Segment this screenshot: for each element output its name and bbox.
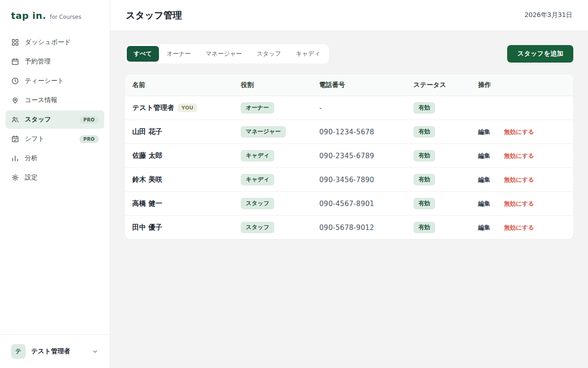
calendar-check-icon <box>11 135 19 143</box>
pro-badge: PRO <box>79 116 99 124</box>
disable-link[interactable]: 無効にする <box>504 176 534 183</box>
table-header-row: 名前 役割 電話番号 ステータス 操作 <box>125 75 573 96</box>
table-row: テスト管理者YOU オーナー - 有効 <box>125 96 573 120</box>
sidebar-nav: ダッシュボード 予約管理 ティーシート <box>0 29 110 334</box>
sidebar: tap in. for Courses ダッシュボード <box>0 0 110 368</box>
chevron-down-icon <box>91 348 99 355</box>
status-badge: 有効 <box>413 174 435 185</box>
tab-caddy[interactable]: キャディ <box>289 46 327 62</box>
staff-name: テスト管理者 <box>132 104 174 112</box>
status-badge: 有効 <box>413 198 435 209</box>
sidebar-item-dashboard[interactable]: ダッシュボード <box>6 33 104 52</box>
status-badge: 有効 <box>413 150 435 161</box>
sidebar-item-analytics[interactable]: 分析 <box>6 149 104 167</box>
page-header: スタッフ管理 2026年3月31日 <box>110 0 588 30</box>
role-badge: スタッフ <box>241 222 274 233</box>
phone-number: 090-4567-8901 <box>319 200 374 208</box>
phone-number: 090-2345-6789 <box>319 152 374 160</box>
pro-badge: PRO <box>79 135 99 143</box>
role-filter-tabs: すべて オーナー マネージャー スタッフ キャディ <box>125 44 329 63</box>
col-name: 名前 <box>125 75 233 96</box>
sidebar-item-label: スタッフ <box>25 115 51 124</box>
staff-name: 高橋 健一 <box>132 199 162 207</box>
role-badge: オーナー <box>241 102 274 114</box>
tab-staff[interactable]: スタッフ <box>250 46 288 62</box>
sidebar-item-label: シフト <box>25 135 45 143</box>
dashboard-icon <box>11 38 19 46</box>
phone-number: 090-1234-5678 <box>319 128 374 136</box>
table-row: 鈴木 美咲 キャディ 090-3456-7890 有効 編集無効にする <box>125 168 573 192</box>
avatar: テ <box>11 344 26 359</box>
brand: tap in. for Courses <box>0 0 110 29</box>
main-area: スタッフ管理 2026年3月31日 すべて オーナー マネージャー スタッフ キ… <box>110 0 588 368</box>
sidebar-item-shift[interactable]: シフト PRO <box>6 130 104 148</box>
staff-name: 佐藤 太郎 <box>132 151 162 160</box>
table-row: 高橋 健一 スタッフ 090-4567-8901 有効 編集無効にする <box>125 192 573 216</box>
brand-suffix: for Courses <box>50 14 81 20</box>
edit-link[interactable]: 編集 <box>478 152 490 159</box>
sidebar-item-label: コース情報 <box>25 96 57 104</box>
status-badge: 有効 <box>413 222 435 233</box>
page-title: スタッフ管理 <box>126 9 182 22</box>
table-row: 山田 花子 マネージャー 090-1234-5678 有効 編集無効にする <box>125 120 573 144</box>
add-staff-button[interactable]: スタッフを追加 <box>507 45 573 63</box>
col-role: 役割 <box>233 75 312 96</box>
disable-link[interactable]: 無効にする <box>504 128 534 135</box>
status-badge: 有効 <box>413 102 435 114</box>
phone-number: 090-3456-7890 <box>319 176 374 184</box>
tab-owner[interactable]: オーナー <box>160 46 198 62</box>
col-phone: 電話番号 <box>312 75 406 96</box>
role-badge: スタッフ <box>241 198 274 209</box>
current-date: 2026年3月31日 <box>525 11 572 19</box>
sidebar-item-staff[interactable]: スタッフ PRO <box>6 110 104 129</box>
calendar-icon <box>11 58 19 66</box>
role-badge: キャディ <box>241 150 274 161</box>
sidebar-item-tee-sheet[interactable]: ティーシート <box>6 72 104 90</box>
edit-link[interactable]: 編集 <box>478 224 490 231</box>
tab-all[interactable]: すべて <box>127 46 159 62</box>
col-status: ステータス <box>406 75 471 96</box>
col-actions: 操作 <box>471 75 573 96</box>
tab-manager[interactable]: マネージャー <box>199 46 249 62</box>
sidebar-item-course-info[interactable]: コース情報 <box>6 91 104 109</box>
app-window: tap in. for Courses ダッシュボード <box>0 0 588 368</box>
sidebar-item-label: 分析 <box>25 154 38 162</box>
role-badge: キャディ <box>241 174 274 185</box>
phone-number: 090-5678-9012 <box>319 224 374 232</box>
sidebar-item-label: 予約管理 <box>25 58 51 66</box>
people-icon <box>11 115 19 124</box>
content: すべて オーナー マネージャー スタッフ キャディ スタッフを追加 名前 <box>110 30 588 253</box>
brand-logo: tap in. <box>11 10 46 21</box>
toolbar: すべて オーナー マネージャー スタッフ キャディ スタッフを追加 <box>125 44 573 63</box>
disable-link[interactable]: 無効にする <box>504 224 534 231</box>
staff-name: 山田 花子 <box>132 127 162 136</box>
table-row: 田中 優子 スタッフ 090-5678-9012 有効 編集無効にする <box>125 216 573 240</box>
sidebar-item-label: ティーシート <box>25 77 64 85</box>
disable-link[interactable]: 無効にする <box>504 200 534 207</box>
user-menu[interactable]: テ テスト管理者 <box>0 334 110 368</box>
disable-link[interactable]: 無効にする <box>504 152 534 159</box>
edit-link[interactable]: 編集 <box>478 176 490 183</box>
staff-name: 鈴木 美咲 <box>132 175 162 184</box>
sidebar-item-label: ダッシュボード <box>25 38 71 46</box>
user-name: テスト管理者 <box>31 347 70 356</box>
gear-icon <box>11 173 19 182</box>
staff-table-card: 名前 役割 電話番号 ステータス 操作 テスト管理者YOU オーナー - 有効 <box>125 75 573 239</box>
edit-link[interactable]: 編集 <box>478 128 490 135</box>
you-badge: YOU <box>178 104 197 112</box>
location-pin-icon <box>11 96 19 104</box>
sidebar-item-reservations[interactable]: 予約管理 <box>6 52 104 71</box>
bar-chart-icon <box>11 154 19 162</box>
staff-table: 名前 役割 電話番号 ステータス 操作 テスト管理者YOU オーナー - 有効 <box>125 75 573 239</box>
edit-link[interactable]: 編集 <box>478 200 490 207</box>
status-badge: 有効 <box>413 126 435 138</box>
role-badge: マネージャー <box>241 126 286 138</box>
clock-icon <box>11 77 19 85</box>
sidebar-item-settings[interactable]: 設定 <box>6 168 104 187</box>
staff-name: 田中 優子 <box>132 223 162 231</box>
table-row: 佐藤 太郎 キャディ 090-2345-6789 有効 編集無効にする <box>125 144 573 168</box>
phone-number: - <box>319 104 322 112</box>
sidebar-item-label: 設定 <box>25 173 38 182</box>
